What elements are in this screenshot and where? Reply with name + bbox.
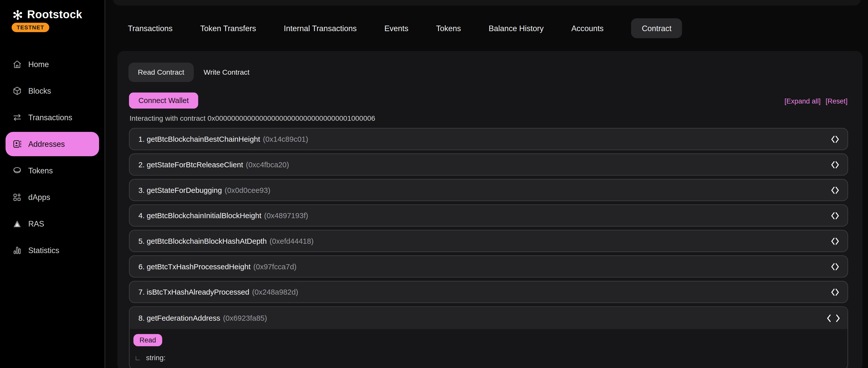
- function-row-6[interactable]: 6. getBtcTxHashProcessedHeight(0x97fcca7…: [129, 255, 848, 278]
- function-signature: (0xefd44418): [270, 237, 314, 246]
- ras-icon: [12, 219, 22, 229]
- sidebar-item-transactions[interactable]: Transactions: [6, 105, 99, 130]
- tab-bar: Transactions Token Transfers Internal Tr…: [128, 17, 682, 39]
- tab-internal-transactions[interactable]: Internal Transactions: [284, 24, 356, 33]
- sidebar: Rootstock TESTNET Home Blocks: [0, 0, 105, 368]
- statistics-icon: [12, 246, 22, 255]
- function-signature: (0x0d0cee93): [225, 186, 270, 194]
- function-name: 7. isBtcTxHashAlreadyProcessed: [138, 288, 249, 296]
- reset-link[interactable]: [Reset]: [826, 97, 847, 105]
- sidebar-item-home[interactable]: Home: [6, 52, 99, 77]
- function-list: 1. getBtcBlockchainBestChainHeight(0x14c…: [129, 128, 848, 368]
- output-corner-glyph: ∟: [134, 354, 141, 362]
- tab-token-transfers[interactable]: Token Transfers: [200, 24, 256, 33]
- function-row-3[interactable]: 3. getStateForDebugging(0x0d0cee93): [129, 179, 848, 201]
- testnet-badge: TESTNET: [12, 23, 49, 32]
- tab-read-contract[interactable]: Read Contract: [128, 62, 194, 82]
- tab-balance-history[interactable]: Balance History: [489, 24, 544, 33]
- code-icon[interactable]: [830, 135, 840, 143]
- blocks-icon: [12, 86, 22, 96]
- sidebar-item-addresses[interactable]: Addresses: [6, 132, 99, 156]
- function-row-8-expanded: 8. getFederationAddress(0x6923fa85) Read…: [129, 306, 848, 368]
- function-row-8[interactable]: 8. getFederationAddress(0x6923fa85): [129, 307, 847, 329]
- function-signature: (0x4897193f): [264, 211, 308, 220]
- transactions-icon: [12, 112, 22, 122]
- contract-card: Read Contract Write Contract Connect Wal…: [117, 51, 862, 368]
- sidebar-item-label: Tokens: [28, 166, 53, 175]
- contract-subtabs: Read Contract Write Contract: [128, 62, 250, 82]
- rootstock-logo[interactable]: Rootstock: [12, 8, 82, 21]
- function-signature: (0x248a982d): [252, 288, 298, 296]
- tab-transactions[interactable]: Transactions: [128, 24, 173, 33]
- sidebar-item-label: Transactions: [28, 113, 72, 122]
- function-signature: (0x97fcca7d): [253, 262, 297, 271]
- sidebar-item-ras[interactable]: RAS: [6, 211, 99, 236]
- read-button[interactable]: Read: [133, 334, 162, 346]
- function-name: 3. getStateForDebugging: [138, 186, 222, 194]
- code-icon[interactable]: [830, 211, 840, 220]
- interacting-label: Interacting with contract: [129, 114, 206, 122]
- addresses-icon: [12, 139, 22, 149]
- sidebar-item-dapps[interactable]: dApps: [6, 185, 99, 209]
- function-name: 6. getBtcTxHashProcessedHeight: [138, 262, 250, 271]
- tokens-icon: [12, 166, 22, 175]
- code-icon[interactable]: [830, 237, 840, 245]
- contract-address: 0x00000000000000000000000000000000010000…: [208, 114, 375, 122]
- rootstock-logo-icon: [12, 9, 24, 21]
- interacting-line: Interacting with contract 0x000000000000…: [129, 114, 375, 122]
- logo-text: Rootstock: [27, 8, 82, 21]
- dapps-icon: [12, 192, 22, 202]
- sidebar-nav: Home Blocks Transactions: [0, 52, 105, 265]
- code-icon-expanded[interactable]: [827, 314, 840, 322]
- function-name: 1. getBtcBlockchainBestChainHeight: [138, 135, 260, 143]
- function-row-4[interactable]: 4. getBtcBlockchainInitialBlockHeight(0x…: [129, 204, 848, 227]
- tab-contract[interactable]: Contract: [631, 18, 682, 38]
- output-type-label: string:: [146, 353, 165, 362]
- function-row-5[interactable]: 5. getBtcBlockchainBlockHashAtDepth(0xef…: [129, 230, 848, 252]
- tab-events[interactable]: Events: [384, 24, 408, 33]
- code-icon[interactable]: [830, 186, 840, 194]
- tab-accounts[interactable]: Accounts: [571, 24, 604, 33]
- code-icon[interactable]: [830, 262, 840, 271]
- home-icon: [12, 59, 22, 69]
- sidebar-item-statistics[interactable]: Statistics: [6, 238, 99, 262]
- tab-write-contract[interactable]: Write Contract: [204, 68, 249, 77]
- function-name: 5. getBtcBlockchainBlockHashAtDepth: [138, 237, 267, 246]
- main-area: Transactions Token Transfers Internal Tr…: [106, 0, 868, 368]
- function-name: 2. getStateForBtcReleaseClient: [138, 161, 243, 169]
- function-signature: (0x6923fa85): [223, 314, 267, 322]
- function-signature: (0xc4fbca20): [246, 161, 289, 169]
- sidebar-item-tokens[interactable]: Tokens: [6, 159, 99, 183]
- sidebar-item-label: dApps: [28, 193, 50, 202]
- function-row-1[interactable]: 1. getBtcBlockchainBestChainHeight(0x14c…: [129, 128, 848, 150]
- previous-card-bottom: [113, 0, 861, 6]
- output-line: ∟ string:: [134, 353, 840, 362]
- tab-tokens[interactable]: Tokens: [436, 24, 461, 33]
- sidebar-item-label: RAS: [28, 220, 44, 228]
- function-signature: (0x14c89c01): [263, 135, 308, 143]
- function-body: Read ∟ string:: [129, 329, 847, 368]
- function-name: 8. getFederationAddress: [138, 314, 220, 322]
- code-icon[interactable]: [830, 288, 840, 296]
- sidebar-item-blocks[interactable]: Blocks: [6, 79, 99, 103]
- expand-all-link[interactable]: [Expand all]: [784, 97, 821, 105]
- page: Rootstock TESTNET Home Blocks: [0, 0, 868, 368]
- function-row-2[interactable]: 2. getStateForBtcReleaseClient(0xc4fbca2…: [129, 153, 848, 176]
- list-controls: [Expand all] [Reset]: [784, 97, 847, 105]
- function-row-7[interactable]: 7. isBtcTxHashAlreadyProcessed(0x248a982…: [129, 281, 848, 303]
- connect-wallet-button[interactable]: Connect Wallet: [129, 93, 198, 109]
- function-name: 4. getBtcBlockchainInitialBlockHeight: [138, 211, 261, 220]
- sidebar-item-label: Blocks: [28, 86, 51, 95]
- sidebar-item-label: Addresses: [28, 140, 65, 148]
- sidebar-item-label: Home: [28, 60, 49, 68]
- sidebar-item-label: Statistics: [28, 246, 59, 255]
- code-icon[interactable]: [830, 161, 840, 169]
